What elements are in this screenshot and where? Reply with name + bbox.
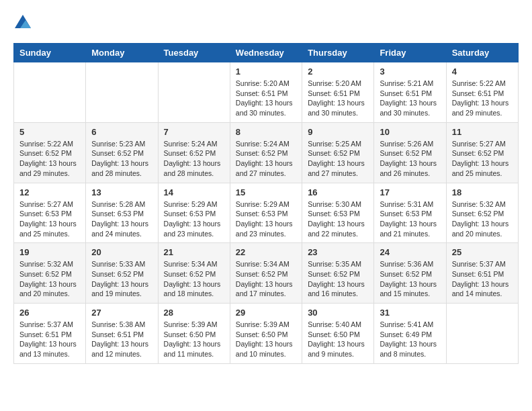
day-info: Sunrise: 5:27 AM Sunset: 6:53 PM Dayligh… [19,199,80,239]
day-number: 27 [91,308,152,318]
day-number: 31 [380,308,440,318]
calendar-header-sunday: Sunday [14,44,86,62]
day-number: 16 [308,187,368,197]
day-info: Sunrise: 5:36 AM Sunset: 6:52 PM Dayligh… [380,259,440,299]
calendar-cell: 30Sunrise: 5:40 AM Sunset: 6:50 PM Dayli… [302,304,374,364]
day-info: Sunrise: 5:22 AM Sunset: 6:51 PM Dayligh… [452,79,513,118]
day-number: 22 [236,247,296,257]
day-info: Sunrise: 5:37 AM Sunset: 6:51 PM Dayligh… [452,259,513,299]
calendar-cell: 9Sunrise: 5:25 AM Sunset: 6:52 PM Daylig… [302,122,374,183]
calendar-cell: 8Sunrise: 5:24 AM Sunset: 6:52 PM Daylig… [230,122,302,183]
calendar-cell: 29Sunrise: 5:39 AM Sunset: 6:50 PM Dayli… [230,304,302,364]
day-number: 4 [452,66,513,77]
calendar-header-saturday: Saturday [446,44,518,62]
day-info: Sunrise: 5:27 AM Sunset: 6:52 PM Dayligh… [452,139,513,179]
calendar-header-wednesday: Wednesday [230,44,302,62]
calendar-cell [446,304,518,364]
calendar-cell: 16Sunrise: 5:30 AM Sunset: 6:53 PM Dayli… [302,183,374,243]
calendar-cell: 5Sunrise: 5:22 AM Sunset: 6:52 PM Daylig… [14,122,86,183]
day-info: Sunrise: 5:23 AM Sunset: 6:52 PM Dayligh… [91,139,152,179]
day-info: Sunrise: 5:35 AM Sunset: 6:52 PM Dayligh… [308,259,368,299]
day-number: 26 [19,308,80,318]
day-info: Sunrise: 5:26 AM Sunset: 6:52 PM Dayligh… [380,139,440,179]
day-info: Sunrise: 5:31 AM Sunset: 6:53 PM Dayligh… [380,199,440,239]
day-number: 25 [452,247,513,257]
day-number: 28 [164,308,224,318]
calendar-cell: 14Sunrise: 5:29 AM Sunset: 6:53 PM Dayli… [158,183,230,243]
calendar-cell: 1Sunrise: 5:20 AM Sunset: 6:51 PM Daylig… [230,62,302,123]
logo [13,13,35,32]
calendar-cell: 23Sunrise: 5:35 AM Sunset: 6:52 PM Dayli… [302,243,374,304]
calendar-cell: 11Sunrise: 5:27 AM Sunset: 6:52 PM Dayli… [446,122,518,183]
day-info: Sunrise: 5:22 AM Sunset: 6:52 PM Dayligh… [19,139,80,179]
day-number: 17 [380,187,440,197]
calendar-cell [158,62,230,123]
day-number: 15 [236,187,296,197]
calendar-header-monday: Monday [86,44,158,62]
calendar-cell: 21Sunrise: 5:34 AM Sunset: 6:52 PM Dayli… [158,243,230,304]
calendar-cell: 20Sunrise: 5:33 AM Sunset: 6:52 PM Dayli… [86,243,158,304]
day-info: Sunrise: 5:25 AM Sunset: 6:52 PM Dayligh… [308,139,368,179]
calendar-cell: 26Sunrise: 5:37 AM Sunset: 6:51 PM Dayli… [14,304,86,364]
calendar-cell: 25Sunrise: 5:37 AM Sunset: 6:51 PM Dayli… [446,243,518,304]
calendar-cell: 10Sunrise: 5:26 AM Sunset: 6:52 PM Dayli… [374,122,446,183]
calendar-cell [86,62,158,123]
calendar-header-thursday: Thursday [302,44,374,62]
day-info: Sunrise: 5:34 AM Sunset: 6:52 PM Dayligh… [164,259,224,299]
calendar-cell: 3Sunrise: 5:21 AM Sunset: 6:51 PM Daylig… [374,62,446,123]
day-info: Sunrise: 5:24 AM Sunset: 6:52 PM Dayligh… [164,139,224,179]
day-info: Sunrise: 5:29 AM Sunset: 6:53 PM Dayligh… [236,199,296,239]
day-number: 30 [308,308,368,318]
day-info: Sunrise: 5:34 AM Sunset: 6:52 PM Dayligh… [236,259,296,299]
calendar-table: SundayMondayTuesdayWednesdayThursdayFrid… [13,43,519,364]
calendar-cell: 24Sunrise: 5:36 AM Sunset: 6:52 PM Dayli… [374,243,446,304]
day-info: Sunrise: 5:29 AM Sunset: 6:53 PM Dayligh… [164,199,224,239]
day-info: Sunrise: 5:37 AM Sunset: 6:51 PM Dayligh… [19,320,80,359]
calendar-cell: 18Sunrise: 5:32 AM Sunset: 6:52 PM Dayli… [446,183,518,243]
day-number: 7 [164,127,224,137]
calendar-cell: 27Sunrise: 5:38 AM Sunset: 6:51 PM Dayli… [86,304,158,364]
day-number: 6 [91,127,152,137]
day-number: 11 [452,127,513,137]
day-info: Sunrise: 5:39 AM Sunset: 6:50 PM Dayligh… [164,320,224,359]
calendar-cell: 15Sunrise: 5:29 AM Sunset: 6:53 PM Dayli… [230,183,302,243]
day-number: 23 [308,247,368,257]
day-info: Sunrise: 5:32 AM Sunset: 6:52 PM Dayligh… [19,259,80,299]
day-number: 8 [236,127,296,137]
calendar-cell: 4Sunrise: 5:22 AM Sunset: 6:51 PM Daylig… [446,62,518,123]
day-info: Sunrise: 5:41 AM Sunset: 6:49 PM Dayligh… [380,320,440,359]
day-number: 13 [91,187,152,197]
calendar-week-row: 26Sunrise: 5:37 AM Sunset: 6:51 PM Dayli… [14,304,519,364]
page-header [13,13,519,32]
day-number: 2 [308,66,368,77]
calendar-cell: 22Sunrise: 5:34 AM Sunset: 6:52 PM Dayli… [230,243,302,304]
day-info: Sunrise: 5:33 AM Sunset: 6:52 PM Dayligh… [91,259,152,299]
day-info: Sunrise: 5:20 AM Sunset: 6:51 PM Dayligh… [308,79,368,118]
day-info: Sunrise: 5:32 AM Sunset: 6:52 PM Dayligh… [452,199,513,239]
day-number: 12 [19,187,80,197]
calendar-week-row: 1Sunrise: 5:20 AM Sunset: 6:51 PM Daylig… [14,62,519,123]
calendar-header-tuesday: Tuesday [158,44,230,62]
day-info: Sunrise: 5:40 AM Sunset: 6:50 PM Dayligh… [308,320,368,359]
day-number: 24 [380,247,440,257]
day-number: 9 [308,127,368,137]
calendar-week-row: 5Sunrise: 5:22 AM Sunset: 6:52 PM Daylig… [14,122,519,183]
calendar-cell: 7Sunrise: 5:24 AM Sunset: 6:52 PM Daylig… [158,122,230,183]
calendar-week-row: 19Sunrise: 5:32 AM Sunset: 6:52 PM Dayli… [14,243,519,304]
day-info: Sunrise: 5:20 AM Sunset: 6:51 PM Dayligh… [236,79,296,118]
calendar-header-row: SundayMondayTuesdayWednesdayThursdayFrid… [14,44,519,62]
calendar-week-row: 12Sunrise: 5:27 AM Sunset: 6:53 PM Dayli… [14,183,519,243]
calendar-cell: 28Sunrise: 5:39 AM Sunset: 6:50 PM Dayli… [158,304,230,364]
day-info: Sunrise: 5:28 AM Sunset: 6:53 PM Dayligh… [91,199,152,239]
day-info: Sunrise: 5:39 AM Sunset: 6:50 PM Dayligh… [236,320,296,359]
calendar-cell: 12Sunrise: 5:27 AM Sunset: 6:53 PM Dayli… [14,183,86,243]
day-number: 1 [236,66,296,77]
logo-icon [13,13,32,32]
day-info: Sunrise: 5:21 AM Sunset: 6:51 PM Dayligh… [380,79,440,118]
day-number: 29 [236,308,296,318]
calendar-cell: 31Sunrise: 5:41 AM Sunset: 6:49 PM Dayli… [374,304,446,364]
calendar-cell: 13Sunrise: 5:28 AM Sunset: 6:53 PM Dayli… [86,183,158,243]
calendar-header-friday: Friday [374,44,446,62]
calendar-cell: 19Sunrise: 5:32 AM Sunset: 6:52 PM Dayli… [14,243,86,304]
day-number: 20 [91,247,152,257]
